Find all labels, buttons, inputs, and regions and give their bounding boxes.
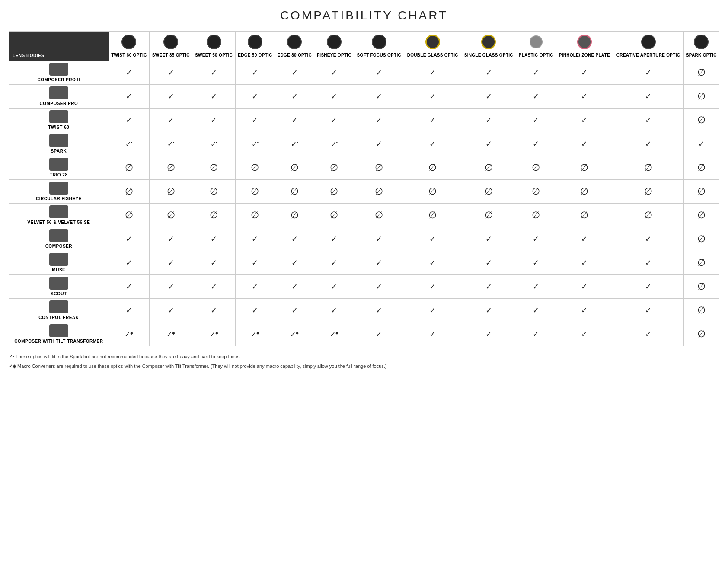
cell-5-7: ∅ bbox=[404, 180, 461, 204]
cell-7-12: ∅ bbox=[683, 227, 719, 251]
cell-2-4: ✓ bbox=[275, 109, 314, 132]
cell-2-7: ✓ bbox=[404, 109, 461, 132]
cell-8-4: ✓ bbox=[275, 251, 314, 275]
cell-8-2: ✓ bbox=[192, 251, 235, 275]
cell-10-8: ✓ bbox=[461, 299, 516, 322]
cell-2-9: ✓ bbox=[516, 109, 556, 132]
cell-4-1: ∅ bbox=[150, 156, 192, 180]
cell-3-2: ✓• bbox=[192, 132, 235, 156]
cell-9-1: ✓ bbox=[150, 275, 192, 299]
cell-6-9: ∅ bbox=[516, 204, 556, 227]
cell-3-0: ✓• bbox=[109, 132, 150, 156]
cell-1-2: ✓ bbox=[192, 85, 235, 109]
cell-1-10: ✓ bbox=[556, 85, 613, 109]
cell-7-5: ✓ bbox=[314, 227, 354, 251]
cell-4-11: ∅ bbox=[613, 156, 683, 180]
cell-10-12: ∅ bbox=[683, 299, 719, 322]
cell-4-9: ∅ bbox=[516, 156, 556, 180]
footnote-1: ✓◆ Macro Converters are required to use … bbox=[9, 363, 719, 370]
optic-header-softfocus: SOFT FOCUS OPTIC bbox=[354, 32, 404, 61]
cell-10-10: ✓ bbox=[556, 299, 613, 322]
optic-header-spark: SPARK OPTIC bbox=[683, 32, 719, 61]
table-row: COMPOSER PRO✓✓✓✓✓✓✓✓✓✓✓✓∅ bbox=[9, 85, 719, 109]
cell-2-1: ✓ bbox=[150, 109, 192, 132]
cell-10-9: ✓ bbox=[516, 299, 556, 322]
cell-6-6: ∅ bbox=[354, 204, 404, 227]
cell-8-12: ∅ bbox=[683, 251, 719, 275]
table-row: TWIST 60✓✓✓✓✓✓✓✓✓✓✓✓∅ bbox=[9, 109, 719, 132]
cell-1-11: ✓ bbox=[613, 85, 683, 109]
table-row: TRIO 28∅∅∅∅∅∅∅∅∅∅∅∅∅ bbox=[9, 156, 719, 180]
cell-0-3: ✓ bbox=[235, 61, 275, 85]
cell-8-10: ✓ bbox=[556, 251, 613, 275]
optic-header-edge50: EDGE 50 OPTIC bbox=[235, 32, 275, 61]
cell-3-12: ✓ bbox=[683, 132, 719, 156]
cell-6-5: ∅ bbox=[314, 204, 354, 227]
cell-4-4: ∅ bbox=[275, 156, 314, 180]
cell-11-7: ✓ bbox=[404, 322, 461, 346]
cell-5-8: ∅ bbox=[461, 180, 516, 204]
cell-4-3: ∅ bbox=[235, 156, 275, 180]
optic-header-creative: CREATIVE APERTURE OPTIC bbox=[613, 32, 683, 61]
footnotes-section: ✓• These optics will fit in the Spark bu… bbox=[9, 353, 719, 370]
cell-6-3: ∅ bbox=[235, 204, 275, 227]
cell-9-5: ✓ bbox=[314, 275, 354, 299]
cell-11-0: ✓◆ bbox=[109, 322, 150, 346]
table-row: CIRCULAR FISHEYE∅∅∅∅∅∅∅∅∅∅∅∅∅ bbox=[9, 180, 719, 204]
cell-8-6: ✓ bbox=[354, 251, 404, 275]
cell-6-8: ∅ bbox=[461, 204, 516, 227]
cell-11-6: ✓ bbox=[354, 322, 404, 346]
cell-0-4: ✓ bbox=[275, 61, 314, 85]
cell-7-3: ✓ bbox=[235, 227, 275, 251]
cell-11-10: ✓ bbox=[556, 322, 613, 346]
cell-3-1: ✓• bbox=[150, 132, 192, 156]
cell-11-4: ✓◆ bbox=[275, 322, 314, 346]
cell-11-2: ✓◆ bbox=[192, 322, 235, 346]
cell-7-6: ✓ bbox=[354, 227, 404, 251]
cell-9-10: ✓ bbox=[556, 275, 613, 299]
cell-2-2: ✓ bbox=[192, 109, 235, 132]
cell-9-12: ∅ bbox=[683, 275, 719, 299]
cell-6-12: ∅ bbox=[683, 204, 719, 227]
table-row: SPARK✓•✓•✓•✓•✓•✓•✓✓✓✓✓✓✓ bbox=[9, 132, 719, 156]
cell-0-12: ∅ bbox=[683, 61, 719, 85]
cell-1-8: ✓ bbox=[461, 85, 516, 109]
cell-9-3: ✓ bbox=[235, 275, 275, 299]
cell-7-9: ✓ bbox=[516, 227, 556, 251]
cell-2-0: ✓ bbox=[109, 109, 150, 132]
cell-6-4: ∅ bbox=[275, 204, 314, 227]
cell-4-8: ∅ bbox=[461, 156, 516, 180]
cell-1-0: ✓ bbox=[109, 85, 150, 109]
row-label-5: CIRCULAR FISHEYE bbox=[9, 180, 109, 204]
cell-11-3: ✓◆ bbox=[235, 322, 275, 346]
cell-2-3: ✓ bbox=[235, 109, 275, 132]
cell-2-6: ✓ bbox=[354, 109, 404, 132]
cell-5-5: ∅ bbox=[314, 180, 354, 204]
cell-8-0: ✓ bbox=[109, 251, 150, 275]
cell-11-1: ✓◆ bbox=[150, 322, 192, 346]
cell-5-12: ∅ bbox=[683, 180, 719, 204]
cell-4-2: ∅ bbox=[192, 156, 235, 180]
optic-header-fisheye: FISHEYE OPTIC bbox=[314, 32, 354, 61]
row-label-0: COMPOSER PRO II bbox=[9, 61, 109, 85]
cell-11-11: ✓ bbox=[613, 322, 683, 346]
cell-10-3: ✓ bbox=[235, 299, 275, 322]
cell-0-7: ✓ bbox=[404, 61, 461, 85]
compatibility-table: LENS BODIES TWIST 60 OPTICSWEET 35 OPTIC… bbox=[9, 31, 719, 346]
cell-5-0: ∅ bbox=[109, 180, 150, 204]
cell-1-5: ✓ bbox=[314, 85, 354, 109]
cell-1-4: ✓ bbox=[275, 85, 314, 109]
cell-10-0: ✓ bbox=[109, 299, 150, 322]
lens-bodies-header: LENS BODIES bbox=[9, 32, 109, 61]
cell-0-6: ✓ bbox=[354, 61, 404, 85]
cell-10-5: ✓ bbox=[314, 299, 354, 322]
cell-1-3: ✓ bbox=[235, 85, 275, 109]
cell-2-8: ✓ bbox=[461, 109, 516, 132]
row-label-4: TRIO 28 bbox=[9, 156, 109, 180]
cell-11-8: ✓ bbox=[461, 322, 516, 346]
table-row: COMPOSER✓✓✓✓✓✓✓✓✓✓✓✓∅ bbox=[9, 227, 719, 251]
cell-1-1: ✓ bbox=[150, 85, 192, 109]
cell-7-2: ✓ bbox=[192, 227, 235, 251]
cell-0-10: ✓ bbox=[556, 61, 613, 85]
cell-8-11: ✓ bbox=[613, 251, 683, 275]
